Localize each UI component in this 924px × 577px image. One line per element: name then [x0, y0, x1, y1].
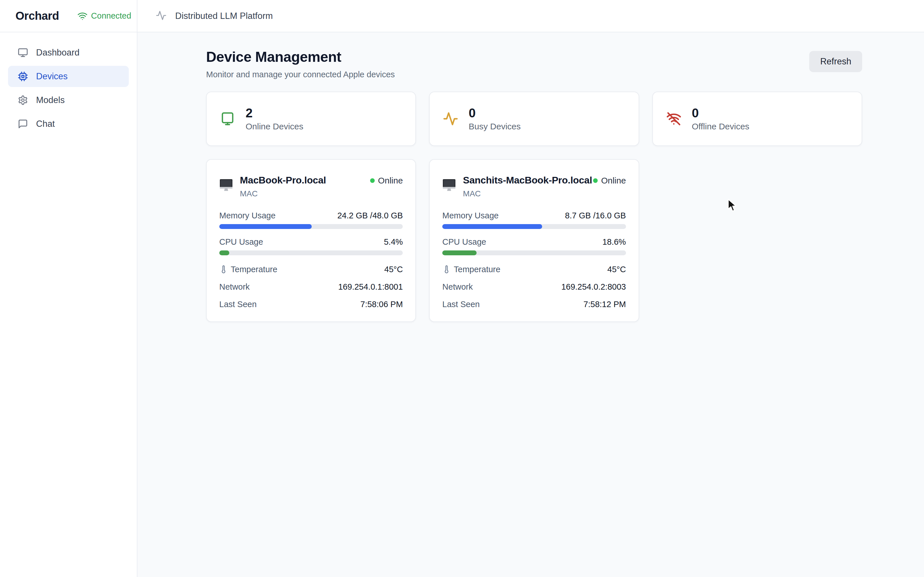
page-header: Device Management Monitor and manage you… — [206, 49, 862, 79]
memory-usage-row: Memory Usage 8.7 GB /16.0 GB — [442, 211, 626, 229]
chat-bubble-icon — [18, 119, 28, 129]
summary-text-block: 2 Online Devices — [246, 106, 303, 131]
network-row: Network 169.254.0.2:8003 — [442, 281, 626, 292]
cpu-usage-label: CPU Usage — [442, 237, 486, 247]
sidebar-item-chat[interactable]: Chat — [8, 113, 129, 134]
sidebar-item-dashboard[interactable]: Dashboard — [8, 42, 129, 63]
gear-icon — [18, 95, 28, 105]
cpu-progress-fill — [442, 250, 476, 255]
offline-devices-card: 0 Offline Devices — [652, 92, 862, 146]
monitor-online-icon — [220, 111, 235, 127]
page-title: Device Management — [206, 49, 395, 65]
device-status-badge: Online — [593, 176, 626, 185]
temperature-label-text: Temperature — [231, 265, 277, 274]
device-name: Sanchits-MacBook-Pro.local — [463, 175, 592, 186]
last-seen-label: Last Seen — [219, 300, 257, 309]
cpu-progress-track — [442, 250, 626, 255]
device-status-badge: Online — [370, 176, 403, 185]
temperature-row: Temperature 45°C — [219, 264, 403, 275]
online-status-dot — [593, 178, 598, 183]
temperature-label: Temperature — [219, 265, 277, 274]
last-seen-label: Last Seen — [442, 300, 480, 309]
device-stats: Memory Usage 8.7 GB /16.0 GB CPU Usage 1… — [442, 211, 626, 310]
offline-devices-count: 0 — [692, 106, 750, 120]
busy-devices-count: 0 — [469, 106, 521, 120]
memory-progress-fill — [219, 224, 312, 229]
temperature-value: 45°C — [608, 265, 626, 274]
device-type: MAC — [240, 189, 326, 198]
cpu-usage-label: CPU Usage — [219, 237, 263, 247]
last-seen-row: Last Seen 7:58:12 PM — [442, 298, 626, 310]
network-row: Network 169.254.0.1:8001 — [219, 281, 403, 292]
busy-devices-label: Busy Devices — [469, 122, 521, 131]
wifi-icon — [77, 11, 88, 21]
network-value: 169.254.0.2:8003 — [561, 282, 626, 292]
online-devices-card: 2 Online Devices — [206, 92, 416, 146]
refresh-button[interactable]: Refresh — [809, 51, 862, 72]
memory-usage-value: 24.2 GB /48.0 GB — [337, 211, 403, 221]
summary-text-block: 0 Offline Devices — [692, 106, 750, 131]
summary-cards-row: 2 Online Devices 0 Busy Devices 0 — [206, 92, 862, 146]
last-seen-value: 7:58:12 PM — [583, 300, 626, 309]
cpu-usage-value: 5.4% — [384, 237, 403, 247]
sidebar-item-label: Dashboard — [36, 47, 79, 58]
cpu-usage-value: 18.6% — [602, 237, 626, 247]
temperature-row: Temperature 45°C — [442, 264, 626, 275]
device-name-block: Sanchits-MacBook-Pro.local MAC — [463, 175, 592, 198]
imac-device-icon — [442, 178, 456, 198]
cpu-progress-track — [219, 250, 403, 255]
device-stats: Memory Usage 24.2 GB /48.0 GB CPU Usage … — [219, 211, 403, 310]
sidebar-item-label: Devices — [36, 71, 68, 82]
thermometer-icon — [442, 265, 451, 274]
online-status-label: Online — [378, 176, 403, 185]
device-identity: Sanchits-MacBook-Pro.local MAC — [442, 175, 592, 198]
memory-progress-fill — [442, 224, 542, 229]
summary-text-block: 0 Busy Devices — [469, 106, 521, 131]
cpu-usage-row: CPU Usage 18.6% — [442, 237, 626, 255]
memory-usage-value: 8.7 GB /16.0 GB — [565, 211, 626, 221]
cpu-icon — [18, 71, 28, 82]
last-seen-row: Last Seen 7:58:06 PM — [219, 298, 403, 310]
connection-status-label: Connected — [91, 11, 131, 21]
cpu-usage-row: CPU Usage 5.4% — [219, 237, 403, 255]
last-seen-value: 7:58:06 PM — [360, 300, 403, 309]
device-type: MAC — [463, 189, 592, 198]
cpu-progress-fill — [219, 250, 229, 255]
header-brand-section: Orchard Connected — [0, 0, 137, 32]
network-label: Network — [219, 282, 250, 292]
memory-usage-row: Memory Usage 24.2 GB /48.0 GB — [219, 211, 403, 229]
memory-progress-track — [442, 224, 626, 229]
temperature-value: 45°C — [384, 265, 403, 274]
sidebar-item-label: Models — [36, 95, 65, 105]
memory-usage-label: Memory Usage — [219, 211, 276, 221]
network-label: Network — [442, 282, 472, 292]
device-card-sanchits-macbook-pro: Sanchits-MacBook-Pro.local MAC Online Me… — [429, 159, 639, 322]
memory-progress-track — [219, 224, 403, 229]
app-header: Orchard Connected Distributed LLM Platfo… — [0, 0, 924, 32]
header-platform-section: Distributed LLM Platform — [137, 10, 273, 22]
device-card-header: MacBook-Pro.local MAC Online — [219, 175, 403, 198]
page-subtitle: Monitor and manage your connected Apple … — [206, 70, 395, 79]
thermometer-icon — [219, 265, 228, 274]
device-identity: MacBook-Pro.local MAC — [219, 175, 326, 198]
main-content: Device Management Monitor and manage you… — [138, 32, 924, 577]
memory-usage-label: Memory Usage — [442, 211, 498, 221]
app-logo: Orchard — [15, 10, 59, 22]
temperature-label: Temperature — [442, 265, 500, 274]
device-cards-row: MacBook-Pro.local MAC Online Memory Usag… — [206, 159, 862, 322]
sidebar-item-devices[interactable]: Devices — [8, 66, 129, 87]
platform-title: Distributed LLM Platform — [175, 11, 273, 21]
sidebar-item-models[interactable]: Models — [8, 90, 129, 111]
monitor-icon — [18, 47, 28, 58]
online-status-dot — [370, 178, 375, 183]
device-card-macbook-pro: MacBook-Pro.local MAC Online Memory Usag… — [206, 159, 416, 322]
online-devices-count: 2 — [246, 106, 303, 120]
connection-status: Connected — [77, 11, 131, 21]
online-devices-label: Online Devices — [246, 122, 303, 131]
device-card-header: Sanchits-MacBook-Pro.local MAC Online — [442, 175, 626, 198]
imac-device-icon — [219, 178, 233, 198]
busy-devices-card: 0 Busy Devices — [429, 92, 639, 146]
page-title-block: Device Management Monitor and manage you… — [206, 49, 395, 79]
device-name-block: MacBook-Pro.local MAC — [240, 175, 326, 198]
activity-icon — [156, 10, 166, 22]
